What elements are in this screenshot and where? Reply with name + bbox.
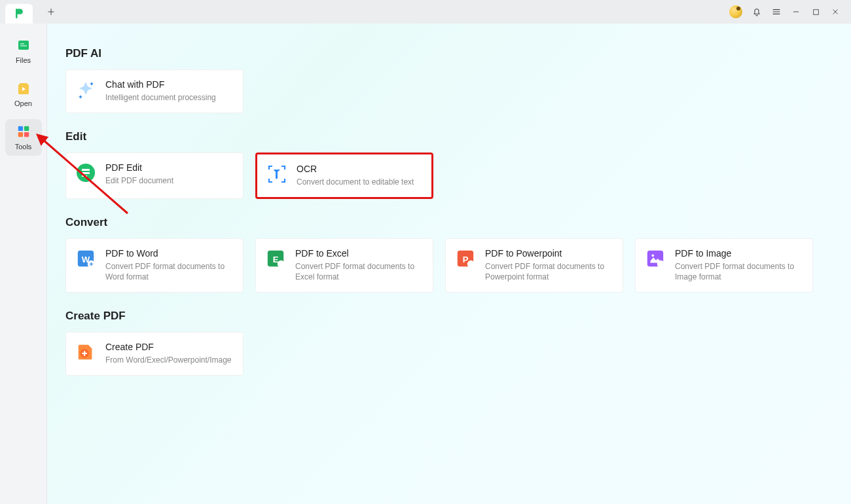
section-heading-edit: Edit xyxy=(65,130,839,143)
sparkle-icon xyxy=(75,79,96,100)
card-text: PDF to Excel Convert PDF format document… xyxy=(295,248,424,283)
card-ocr[interactable]: OCR Convert document to editable text xyxy=(255,153,433,199)
cards-row-convert: W PDF to Word Convert PDF format documen… xyxy=(65,238,839,293)
titlebar-right xyxy=(729,5,846,18)
svg-rect-1 xyxy=(18,41,29,50)
main-content: PDF AI Chat with PDF Intelligent documen… xyxy=(47,24,851,504)
card-desc: From Word/Execl/Powerpoint/Image xyxy=(105,355,232,366)
card-text: PDF Edit Edit PDF document xyxy=(105,162,173,189)
sidebar-label: Open xyxy=(14,99,32,107)
card-pdf-to-image[interactable]: PDF to Image Convert PDF format document… xyxy=(635,238,813,293)
card-pdf-to-word[interactable]: W PDF to Word Convert PDF format documen… xyxy=(65,238,244,293)
card-text: OCR Convert document to editable text xyxy=(297,164,414,188)
card-pdf-to-powerpoint[interactable]: P PDF to Powerpoint Convert PDF format d… xyxy=(445,238,623,293)
sidebar-label: Tools xyxy=(15,143,32,151)
titlebar-left xyxy=(5,0,60,24)
card-title: Chat with PDF xyxy=(105,79,216,90)
card-title: PDF to Excel xyxy=(295,248,424,259)
cards-row-edit: PDF Edit Edit PDF document OCR Convert d… xyxy=(65,153,839,199)
card-desc: Convert PDF format documents to Powerpoi… xyxy=(485,261,613,283)
maximize-icon[interactable] xyxy=(810,7,821,17)
image-icon xyxy=(645,248,666,269)
section-heading-create-pdf: Create PDF xyxy=(65,310,839,323)
body-row: Files Open Tools PDF AI xyxy=(0,24,851,504)
word-icon: W xyxy=(75,248,96,269)
app-logo-icon xyxy=(12,7,26,20)
card-title: PDF to Powerpoint xyxy=(485,248,613,259)
tools-icon xyxy=(15,123,32,140)
svg-point-15 xyxy=(467,260,475,267)
hamburger-menu-icon[interactable] xyxy=(771,7,782,17)
card-desc: Convert PDF format documents to Excel fo… xyxy=(295,261,424,283)
card-desc: Intelligent document processing xyxy=(105,92,216,103)
create-pdf-icon xyxy=(75,342,96,363)
section-heading-convert: Convert xyxy=(65,216,839,229)
card-create-pdf[interactable]: Create PDF From Word/Execl/Powerpoint/Im… xyxy=(65,332,244,376)
card-desc: Convert PDF format documents to Image fo… xyxy=(675,261,803,283)
card-title: OCR xyxy=(297,164,414,174)
card-pdf-to-excel[interactable]: E PDF to Excel Convert PDF format docume… xyxy=(255,238,433,293)
titlebar xyxy=(0,0,851,24)
svg-rect-5 xyxy=(24,132,28,137)
card-title: PDF to Image xyxy=(675,248,803,259)
powerpoint-icon: P xyxy=(455,248,476,269)
card-pdf-edit[interactable]: PDF Edit Edit PDF document xyxy=(65,153,244,199)
section-heading-pdf-ai: PDF AI xyxy=(65,47,839,60)
open-icon xyxy=(15,80,32,97)
sidebar-item-open[interactable]: Open xyxy=(5,76,42,113)
card-desc: Edit PDF document xyxy=(105,175,173,187)
sidebar-item-tools[interactable]: Tools xyxy=(5,119,42,156)
app-tab[interactable] xyxy=(5,4,33,24)
card-title: PDF Edit xyxy=(105,162,173,173)
sidebar-label: Files xyxy=(16,56,31,64)
card-text: PDF to Image Convert PDF format document… xyxy=(675,248,803,283)
svg-point-12 xyxy=(278,260,285,267)
svg-rect-3 xyxy=(24,126,28,131)
sidebar: Files Open Tools xyxy=(0,24,47,504)
svg-rect-0 xyxy=(813,9,818,14)
cards-row-pdf-ai: Chat with PDF Intelligent document proce… xyxy=(65,69,839,113)
card-text: PDF to Powerpoint Convert PDF format doc… xyxy=(485,248,613,283)
card-text: Create PDF From Word/Execl/Powerpoint/Im… xyxy=(105,342,232,366)
card-chat-with-pdf[interactable]: Chat with PDF Intelligent document proce… xyxy=(65,69,244,113)
svg-point-18 xyxy=(657,260,664,267)
new-tab-button[interactable] xyxy=(42,3,60,21)
cards-row-create-pdf: Create PDF From Word/Execl/Powerpoint/Im… xyxy=(65,332,839,376)
card-text: Chat with PDF Intelligent document proce… xyxy=(105,79,216,103)
close-icon[interactable] xyxy=(830,7,841,17)
pdf-edit-icon xyxy=(75,162,96,183)
ocr-icon xyxy=(266,164,287,185)
card-desc: Convert PDF format documents to Word for… xyxy=(105,261,234,283)
card-title: PDF to Word xyxy=(105,248,234,259)
card-title: Create PDF xyxy=(105,342,232,352)
card-text: PDF to Word Convert PDF format documents… xyxy=(105,248,234,283)
sidebar-item-files[interactable]: Files xyxy=(5,33,42,69)
card-desc: Convert document to editable text xyxy=(297,177,414,188)
svg-rect-4 xyxy=(18,132,22,137)
files-icon xyxy=(15,37,32,54)
upgrade-icon[interactable] xyxy=(729,5,742,18)
minimize-icon[interactable] xyxy=(791,7,801,17)
svg-point-17 xyxy=(651,254,654,257)
bell-icon[interactable] xyxy=(751,7,762,17)
excel-icon: E xyxy=(265,248,286,269)
svg-rect-2 xyxy=(18,126,22,131)
